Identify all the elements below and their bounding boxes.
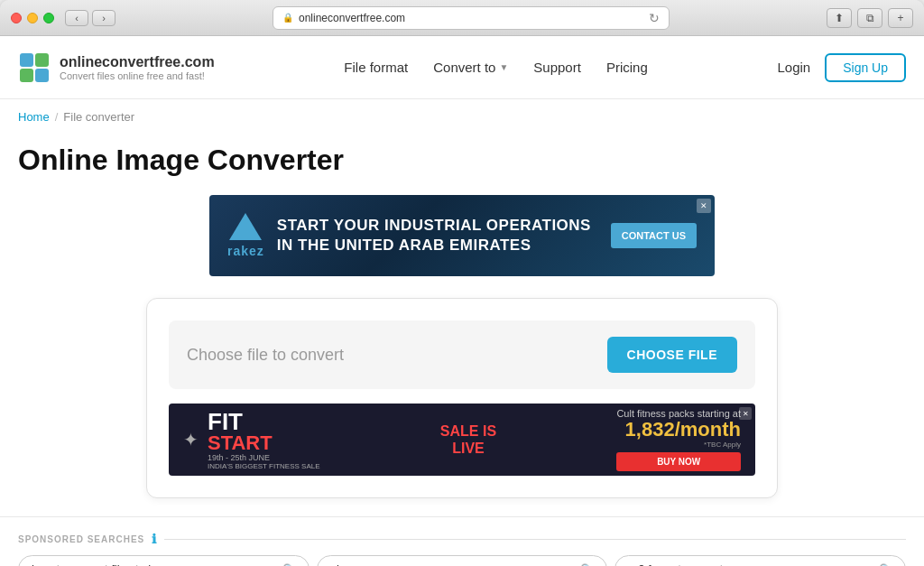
breadcrumb: Home / File converter — [0, 99, 924, 135]
ad2-dates: 19th - 25th JUNE — [208, 453, 320, 462]
site-logo-icon — [18, 51, 51, 84]
ad2-tbc: *TBC Apply — [616, 441, 741, 449]
address-bar-area: 🔒 onlineconvertfree.com ↻ — [123, 6, 819, 30]
ad2-fit-text: FIT — [208, 410, 320, 433]
breadcrumb-separator: / — [55, 110, 59, 124]
ad1-close-button[interactable]: ✕ — [697, 199, 711, 213]
browser-nav-buttons: ‹ › — [65, 10, 116, 26]
svg-rect-0 — [20, 53, 33, 67]
traffic-lights — [11, 13, 54, 23]
ad2-right: Cult fitness packs starting at 1,832/mon… — [616, 408, 741, 471]
title-bar: ‹ › 🔒 onlineconvertfree.com ↻ ⬆ ⧉ + — [0, 0, 924, 36]
reload-button[interactable]: ↻ — [649, 11, 660, 25]
search-pill-1-text: ai ocr — [330, 562, 359, 566]
sponsored-section: SPONSORED SEARCHES ℹ how to convert file… — [0, 516, 924, 566]
ad1-left: rakez START YOUR INDUSTRIAL OPERATIONS I… — [227, 213, 591, 258]
main-navigation: File format Convert to ▼ Support Pricing — [344, 60, 647, 75]
ad2-india-label: INDIA'S BIGGEST FITNESS SALE — [208, 462, 320, 470]
choose-file-button[interactable]: CHOOSE FILE — [607, 337, 737, 373]
share-button[interactable]: ⬆ — [827, 8, 852, 28]
search-pill-1-icon: 🔍 — [580, 563, 594, 567]
logo-area[interactable]: onlineconvertfree.com Convert files onli… — [18, 51, 215, 84]
nav-convert-to[interactable]: Convert to ▼ — [433, 60, 508, 75]
minimize-window-button[interactable] — [27, 13, 38, 23]
login-button[interactable]: Login — [777, 60, 810, 75]
ad2-sale-live: LIVE — [440, 440, 496, 457]
signup-button[interactable]: Sign Up — [825, 53, 906, 82]
ssl-lock-icon: 🔒 — [282, 13, 293, 23]
svg-rect-1 — [35, 53, 49, 67]
new-tab-button[interactable]: + — [888, 8, 913, 28]
toolbar-right: ⬆ ⧉ + — [827, 8, 913, 28]
ad-banner-2: ✦ FIT START 19th - 25th JUNE INDIA'S BIG… — [169, 404, 755, 476]
ad2-price: 1,832/month — [616, 419, 741, 441]
nav-file-format[interactable]: File format — [344, 60, 408, 75]
svg-rect-2 — [20, 69, 33, 82]
nav-support[interactable]: Support — [533, 60, 581, 75]
sponsored-label: SPONSORED SEARCHES ℹ — [18, 532, 906, 546]
forward-button[interactable]: › — [92, 10, 116, 26]
maximize-window-button[interactable] — [43, 13, 54, 23]
ad2-start-text: START — [208, 433, 320, 453]
site-name: onlineconvertfree.com — [60, 54, 215, 70]
site-header: onlineconvertfree.com Convert files onli… — [0, 36, 924, 99]
ad-banner-1: rakez START YOUR INDUSTRIAL OPERATIONS I… — [209, 195, 715, 276]
ad2-fit-start: FIT START 19th - 25th JUNE INDIA'S BIGGE… — [208, 410, 320, 470]
ad2-left: ✦ FIT START 19th - 25th JUNE INDIA'S BIG… — [183, 410, 320, 470]
ad2-sale: SALE IS LIVE — [440, 422, 496, 457]
search-pill-2-icon: 🔍 — [879, 563, 892, 567]
ad1-cta[interactable]: CONTACT US — [611, 223, 697, 248]
back-button[interactable]: ‹ — [65, 10, 88, 26]
header-actions: Login Sign Up — [777, 53, 906, 82]
close-window-button[interactable] — [11, 13, 22, 23]
address-bar[interactable]: 🔒 onlineconvertfree.com ↻ — [273, 6, 670, 30]
ad2-sale-line1: SALE IS — [440, 422, 496, 440]
search-pill-0-text: how to convert files to jpeg — [32, 562, 171, 566]
page-title: Online Image Converter — [18, 144, 906, 177]
ad2-logo-icon: ✦ — [183, 429, 199, 450]
search-pill-1[interactable]: ai ocr 🔍 — [317, 555, 608, 566]
svg-rect-3 — [35, 69, 49, 82]
search-pill-0[interactable]: how to convert files to jpeg 🔍 — [18, 555, 310, 566]
copy-button[interactable]: ⧉ — [857, 8, 882, 28]
ad2-close-button[interactable]: ✕ — [739, 407, 752, 420]
site-tagline: Convert files online free and fast! — [60, 70, 215, 81]
ad2-buy-now[interactable]: BUY NOW — [616, 452, 741, 471]
file-chooser-area: Choose file to convert CHOOSE FILE — [169, 320, 755, 389]
breadcrumb-current: File converter — [63, 110, 134, 124]
rakez-triangle — [229, 213, 262, 240]
rakez-text: rakez — [227, 244, 264, 258]
sponsored-info-icon[interactable]: ℹ — [152, 532, 157, 546]
converter-box: Choose file to convert CHOOSE FILE ✦ FIT… — [146, 298, 778, 498]
browser-content: onlineconvertfree.com Convert files onli… — [0, 36, 924, 566]
browser-window: ‹ › 🔒 onlineconvertfree.com ↻ ⬆ ⧉ + — [0, 0, 924, 566]
convert-to-dropdown-arrow: ▼ — [499, 62, 508, 72]
ad1-headline: START YOUR INDUSTRIAL OPERATIONS IN THE … — [277, 216, 591, 255]
url-text: onlineconvertfree.com — [299, 12, 405, 24]
rakez-logo: rakez — [227, 213, 264, 258]
search-pill-2-text: cr2 format converter — [628, 562, 733, 566]
nav-pricing[interactable]: Pricing — [606, 60, 648, 75]
search-pill-2[interactable]: cr2 format converter 🔍 — [614, 555, 906, 566]
breadcrumb-home[interactable]: Home — [18, 110, 50, 124]
logo-text: onlineconvertfree.com Convert files onli… — [60, 54, 215, 81]
page-content: Online Image Converter rakez START YOUR … — [0, 135, 924, 516]
search-pill-0-icon: 🔍 — [282, 563, 296, 567]
file-chooser-label: Choose file to convert — [187, 346, 344, 365]
search-pills-row-1: how to convert files to jpeg 🔍 ai ocr 🔍 … — [18, 555, 906, 566]
